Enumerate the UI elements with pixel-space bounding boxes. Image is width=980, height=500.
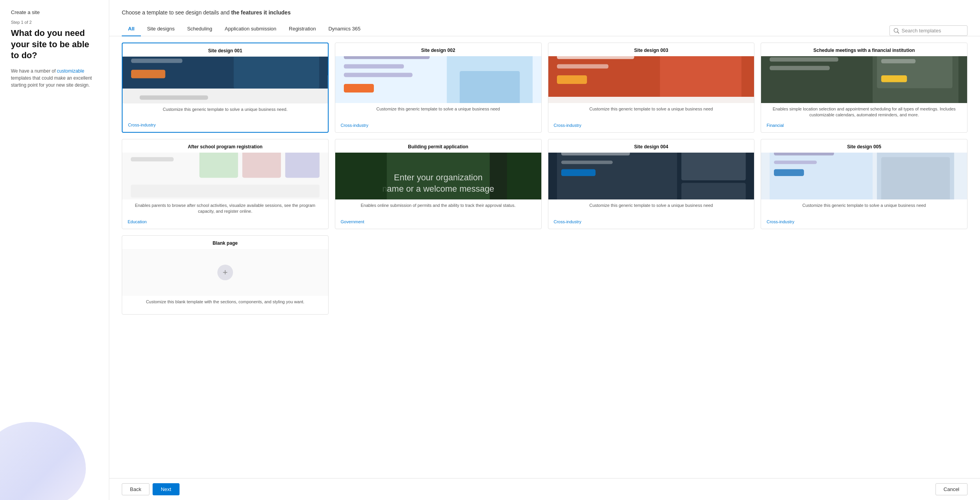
card-title-site-design-003: Site design 003: [548, 43, 754, 56]
svg-rect-23: [557, 64, 608, 68]
sidebar-step: Step 1 of 2: [11, 20, 98, 25]
svg-rect-17: [344, 84, 374, 93]
card-desc-site-design-001: Customize this generic template to solve…: [123, 103, 328, 121]
svg-rect-22: [557, 56, 634, 59]
card-desc-site-design-004: Customize this generic template to solve…: [548, 199, 754, 218]
tab-scheduling[interactable]: Scheduling: [181, 22, 218, 36]
card-tag-building-permit: Government: [335, 218, 541, 229]
card-title-site-design-001: Site design 001: [123, 43, 328, 57]
card-site-design-004[interactable]: Site design 004 Customize this generic t…: [548, 139, 755, 229]
sidebar-decoration: [0, 422, 86, 500]
sidebar: Create a site Step 1 of 2 What do you ne…: [0, 0, 109, 500]
svg-rect-14: [344, 56, 430, 59]
card-title-site-design-002: Site design 002: [335, 43, 541, 56]
tab-all[interactable]: All: [122, 22, 141, 36]
card-preview-blank-page: +: [122, 249, 328, 296]
main-header: Choose a template to see design details …: [109, 0, 980, 22]
svg-rect-26: [548, 97, 754, 103]
footer: Back Next Cancel: [109, 478, 980, 500]
card-preview-schedule-meetings: [761, 56, 967, 103]
tab-registration[interactable]: Registration: [283, 22, 322, 36]
svg-rect-60: [561, 153, 630, 155]
svg-rect-61: [561, 160, 612, 164]
cancel-button[interactable]: Cancel: [936, 483, 968, 495]
svg-rect-7: [140, 95, 208, 100]
card-tag-site-design-004: Cross-industry: [548, 218, 754, 229]
svg-rect-70: [774, 169, 804, 176]
card-after-school[interactable]: After school program registration: [122, 139, 329, 229]
sidebar-heading: What do you need your site to be able to…: [11, 28, 98, 61]
svg-rect-59: [681, 183, 745, 199]
card-desc-blank-page: Customize this blank template with the s…: [122, 296, 328, 308]
card-desc-site-design-003: Customize this generic template to solve…: [548, 103, 754, 121]
svg-rect-68: [774, 153, 834, 155]
card-desc-building-permit: Enables online submission of permits and…: [335, 199, 541, 218]
svg-rect-36: [770, 57, 838, 62]
svg-rect-69: [774, 160, 817, 164]
tab-dynamics365[interactable]: Dynamics 365: [322, 22, 366, 36]
next-button[interactable]: Next: [153, 483, 180, 495]
search-placeholder: Search templates: [902, 28, 941, 34]
card-tag-site-design-003: Cross-industry: [548, 121, 754, 132]
main-content: Choose a template to see design details …: [109, 0, 980, 500]
card-blank-page[interactable]: Blank page + Customize this blank templa…: [122, 235, 329, 315]
card-tag-site-design-001: Cross-industry: [123, 121, 328, 132]
svg-rect-25: [660, 56, 741, 103]
card-tag-blank-page: [122, 308, 328, 314]
card-tag-site-design-002: Cross-industry: [335, 121, 541, 132]
blank-plus-icon: +: [217, 265, 233, 280]
card-site-design-001[interactable]: Site design 001 Customize this gene: [122, 43, 329, 133]
card-preview-after-school: [122, 153, 328, 199]
card-preview-site-design-002: [335, 56, 541, 103]
main-header-title: Choose a template to see design details …: [122, 9, 968, 16]
svg-rect-16: [344, 73, 413, 77]
card-title-after-school: After school program registration: [122, 139, 328, 153]
card-tag-site-design-005: Cross-industry: [761, 218, 967, 229]
card-desc-site-design-002: Customize this generic template to solve…: [335, 103, 541, 121]
svg-rect-24: [557, 75, 587, 84]
card-desc-schedule-meetings: Enables simple location selection and ap…: [761, 103, 967, 121]
card-building-permit[interactable]: Building permit application Enter your o…: [335, 139, 542, 229]
footer-left: Back Next: [122, 483, 180, 495]
template-grid: Site design 001 Customize this gene: [122, 43, 968, 315]
card-schedule-meetings[interactable]: Schedule meetings with a financial insti…: [761, 43, 968, 133]
back-button[interactable]: Back: [122, 483, 149, 495]
card-desc-after-school: Enables parents to browse after school a…: [122, 199, 328, 218]
card-site-design-002[interactable]: Site design 002: [335, 43, 542, 133]
card-site-design-003[interactable]: Site design 003 Customize this generic t…: [548, 43, 755, 133]
footer-right: Cancel: [936, 483, 968, 495]
card-preview-site-design-001: [123, 57, 328, 103]
svg-rect-4: [131, 70, 165, 78]
card-title-blank-page: Blank page: [122, 236, 328, 249]
svg-rect-37: [770, 66, 830, 70]
tab-bar: All Site designs Scheduling Application …: [122, 22, 367, 36]
sidebar-title: Create a site: [11, 9, 98, 15]
svg-text:name or a welcome message: name or a welcome message: [382, 183, 494, 193]
card-title-site-design-005: Site design 005: [761, 139, 967, 153]
svg-rect-19: [460, 71, 520, 103]
svg-rect-44: [242, 153, 281, 178]
svg-rect-62: [561, 169, 595, 176]
card-preview-site-design-004: [548, 153, 754, 199]
tab-application-submission[interactable]: Application submission: [219, 22, 283, 36]
tab-site-designs[interactable]: Site designs: [141, 22, 181, 36]
card-desc-site-design-005: Customize this generic template to solve…: [761, 199, 967, 218]
template-grid-scroll[interactable]: Site design 001 Customize this gene: [109, 36, 980, 478]
search-box[interactable]: Search templates: [889, 25, 968, 36]
card-title-schedule-meetings: Schedule meetings with a financial insti…: [761, 43, 967, 56]
card-tag-schedule-meetings: Financial: [761, 121, 967, 132]
svg-rect-43: [199, 153, 238, 178]
tabs-search-row: All Site designs Scheduling Application …: [109, 22, 980, 36]
card-preview-site-design-005: [761, 153, 967, 199]
svg-rect-15: [344, 64, 404, 68]
card-title-building-permit: Building permit application: [335, 139, 541, 153]
card-site-design-005[interactable]: Site design 005 Customize this gene: [761, 139, 968, 229]
card-preview-building-permit: Enter your organization name or a welcom…: [335, 153, 541, 199]
card-tag-after-school: Education: [122, 218, 328, 229]
svg-text:Enter your organization: Enter your organization: [394, 173, 482, 182]
svg-rect-5: [234, 57, 319, 89]
svg-rect-33: [881, 59, 916, 63]
svg-rect-71: [881, 157, 950, 199]
svg-rect-54: [507, 153, 541, 199]
svg-rect-46: [131, 185, 320, 198]
